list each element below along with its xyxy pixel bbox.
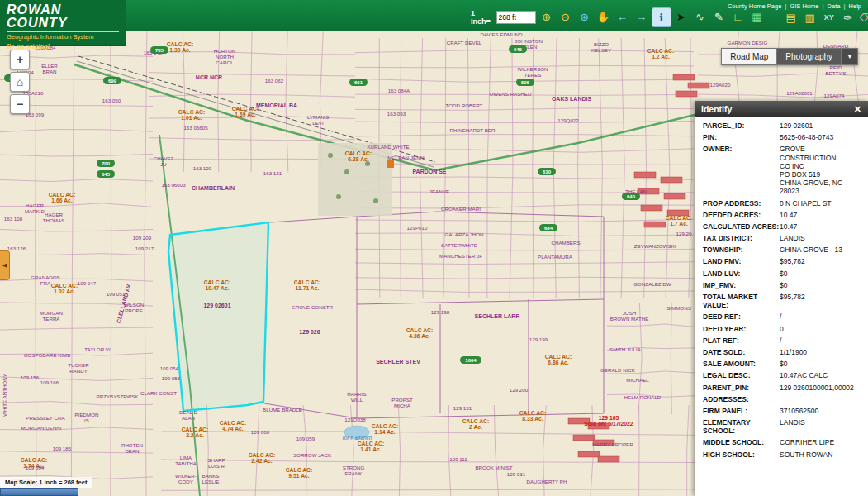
map-label: CALC AC:9.51 Ac.	[286, 467, 313, 479]
field-label: MIDDLE SCHOOL:	[703, 438, 780, 446]
map-label: HAGERMARK D	[25, 203, 45, 214]
map-label: HAGERTHOMAS	[43, 212, 64, 223]
map-label: 163 108	[4, 216, 23, 222]
map-label: 129 199	[529, 336, 548, 342]
identify-field-row: IMP_FMV:$0	[695, 279, 868, 291]
map-label: GARMON DESIG	[728, 40, 768, 45]
map-label: GOSPODARE KIMB	[24, 352, 71, 358]
field-value: LANDIS	[780, 418, 861, 435]
map-label: 129Q022	[557, 117, 579, 123]
map-label: DAVIES EDMUND	[480, 31, 523, 37]
map-label: MORGANTERRA	[40, 310, 63, 322]
identify-panel: Identify ✕ PARCEL_ID:129 02601PIN:5625-0…	[695, 101, 868, 496]
sketch-icon[interactable]: ✑	[839, 8, 857, 26]
measure-icon[interactable]: ∟	[729, 7, 747, 26]
map-label: 129 131	[453, 405, 472, 411]
map-label: JEANNE	[429, 188, 449, 194]
home-extent-button[interactable]: ⌂	[10, 72, 30, 92]
field-label: ADDRESSES:	[703, 395, 780, 403]
zoom-full-extent-icon[interactable]: ⊛	[576, 7, 594, 26]
pan-icon[interactable]: ✋	[595, 7, 613, 26]
map-label: BROOK MINIST	[475, 465, 512, 470]
clear-graphics-icon[interactable]: ⌫	[858, 8, 868, 26]
field-label: SALE AMOUNT:	[703, 360, 780, 368]
previous-extent-icon[interactable]: ←	[614, 7, 632, 26]
draw-icon[interactable]: ✎	[710, 7, 728, 26]
map-label: CALC AC:1.02 Ac.	[51, 283, 78, 294]
identify-field-row: ELEMENTARY SCHOOL:LANDIS	[695, 417, 868, 436]
map-label: ELLERBRAN	[41, 63, 58, 74]
overview-map-corner[interactable]	[0, 488, 78, 496]
chart-icon[interactable]: ▦	[748, 7, 766, 26]
basemap-dropdown-caret[interactable]: ▼	[842, 48, 858, 65]
lasso-icon[interactable]: ∿	[691, 7, 709, 26]
map-label: MICHAEL	[626, 377, 649, 383]
selected-parcel-highlight[interactable]	[168, 222, 268, 411]
map-label: 129A020	[710, 82, 731, 88]
basemap-road-map-button[interactable]: Road Map	[721, 48, 777, 65]
map-label: 109 058	[162, 375, 181, 381]
identify-field-row: DEEDED ACRES:10.47	[695, 209, 868, 221]
zoom-in-icon[interactable]: ⊕	[538, 7, 556, 26]
export-icon[interactable]: ▥	[801, 8, 819, 26]
map-label: 163 121	[263, 170, 282, 176]
field-value: 10.47	[780, 222, 861, 231]
svg-text:610: 610	[543, 169, 552, 174]
identify-icon[interactable]: ℹ	[652, 7, 671, 27]
field-label: PROP ADDRESS:	[703, 199, 780, 207]
field-label: LEGAL DESC:	[703, 371, 780, 379]
map-label: 109 059	[296, 436, 315, 441]
svg-text:699: 699	[108, 79, 117, 83]
table-icon[interactable]: ▤	[782, 8, 800, 26]
select-icon[interactable]: ➤	[672, 7, 690, 26]
field-label: OWNER:	[703, 145, 780, 195]
map-label: WILSONPROPE	[124, 302, 144, 313]
map-label: 163 084A	[388, 88, 410, 93]
map-label: 163 126	[7, 246, 26, 251]
svg-text:601: 601	[354, 80, 363, 85]
map-label: 163 06603	[161, 182, 186, 188]
map-label: HARRY PROPER	[592, 441, 633, 447]
map-label: SHARPLUIS R	[207, 457, 225, 469]
zoom-out-button[interactable]: −	[10, 94, 30, 114]
map-label: PARDON SE	[412, 169, 446, 174]
scale-input[interactable]	[496, 11, 536, 24]
identify-field-row: DEED YEAR:0	[695, 323, 868, 335]
next-extent-icon[interactable]: →	[633, 7, 651, 26]
field-value: 1/1/1900	[780, 348, 861, 356]
map-label: CHAMBERLAIN	[192, 185, 235, 191]
svg-text:645: 645	[102, 172, 111, 177]
identify-field-row: ADDRESSES:	[695, 393, 868, 405]
zoom-in-button[interactable]: +	[10, 50, 30, 69]
field-label: PARCEL_ID:	[703, 122, 780, 130]
map-label: 129 02601	[203, 303, 230, 308]
map-label: 163 093	[387, 111, 406, 117]
field-value: SOUTH ROWAN	[780, 451, 861, 459]
close-icon[interactable]: ✕	[854, 104, 861, 115]
zoom-out-icon[interactable]: ⊖	[557, 7, 575, 26]
map-label: CALC AC:2.42 Ac.	[249, 452, 276, 464]
identify-field-row: DATE SOLD:1/1/1900	[695, 346, 868, 358]
svg-text:700: 700	[102, 161, 111, 166]
map-label: CALC AC:1.39 Ac.	[167, 41, 194, 53]
map-label: CALC AC:1.66 Ac.	[49, 192, 76, 203]
map-label: CALC AC:4.36 Ac.	[406, 327, 434, 339]
map-label: TUCKERRANDY	[68, 362, 89, 374]
map-label: 109 047	[78, 280, 97, 286]
map-label: CALC AC:11.71 Ac.	[294, 279, 321, 291]
basemap-photography-button[interactable]: Photography	[777, 48, 842, 65]
sidebar-collapse-tab[interactable]: ◀	[0, 250, 10, 280]
field-value: CHINA GROVE - 13	[780, 246, 861, 254]
top-toolbar: County Home Page | GIS Home | Data | Hel…	[0, 0, 868, 31]
field-value: $0	[780, 360, 861, 368]
map-label: CALC AC:4.74 Ac.	[220, 420, 247, 432]
coordinates-icon[interactable]: XY	[820, 8, 838, 26]
tree-symbol	[373, 198, 378, 203]
svg-text:645: 645	[514, 47, 523, 52]
map-label: CALC AC:6.28 Ac.	[345, 150, 372, 162]
map-label: SECHLER LARR	[475, 313, 520, 319]
map-label: GROVE CONSTR	[292, 304, 334, 310]
logo-subtitle: Geographic Information System	[7, 31, 119, 41]
map-label: SECHLER STEV	[376, 359, 420, 365]
map-label: CLARK CONST	[140, 390, 177, 396]
